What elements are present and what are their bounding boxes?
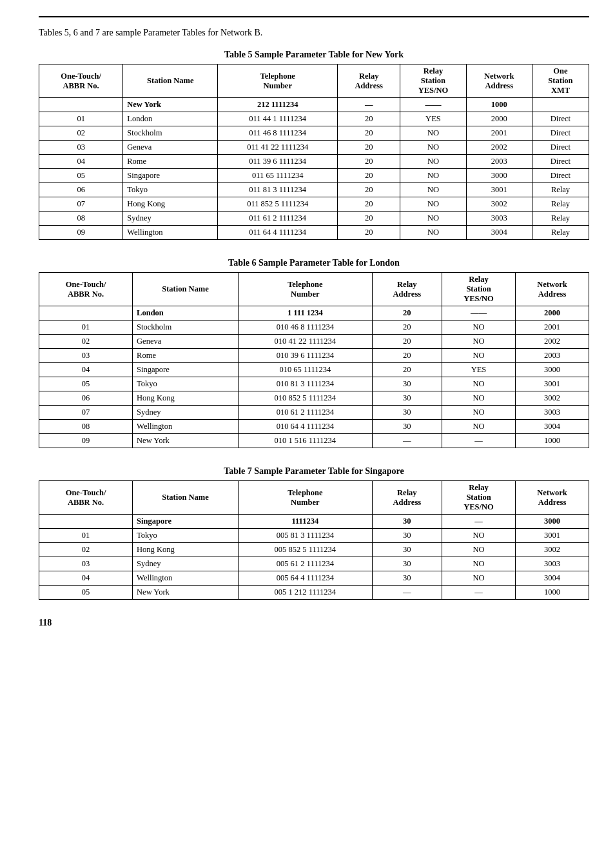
- table-cell: 005 64 4 1111234: [238, 571, 372, 586]
- table-row: 07Hong Kong011 852 5 111123420NO3002Rela…: [39, 197, 589, 212]
- table-cell: 2000: [516, 306, 589, 321]
- table7-col-tel: TelephoneNumber: [238, 481, 372, 515]
- table-cell: 212 1111234: [218, 98, 338, 112]
- table-cell: NO: [442, 571, 515, 586]
- table-cell: Direct: [532, 126, 589, 141]
- table-cell: 09: [39, 226, 123, 240]
- table-cell: 011 41 22 1111234: [218, 141, 338, 155]
- table-cell: 2002: [516, 335, 589, 349]
- table-cell: 3003: [466, 212, 532, 226]
- table-cell: 2001: [516, 321, 589, 335]
- table-cell: 30: [372, 406, 442, 420]
- table-cell: [39, 306, 133, 321]
- table-cell: —: [372, 434, 442, 448]
- table-cell: Tokyo: [123, 183, 218, 197]
- table-row: 02Hong Kong005 852 5 111123430NO3002: [39, 543, 589, 557]
- table-cell: Geneva: [133, 335, 239, 349]
- table-cell: Singapore: [123, 169, 218, 183]
- table-cell: 1000: [516, 434, 589, 448]
- table-cell: 3004: [516, 571, 589, 586]
- table-cell: 20: [338, 126, 400, 141]
- table-cell: Tokyo: [133, 377, 239, 391]
- table-cell: Direct: [532, 155, 589, 169]
- table-cell: 3001: [516, 377, 589, 391]
- table-row: 02Stockholm011 46 8 111123420NO2001Direc…: [39, 126, 589, 141]
- table-row: 03Sydney005 61 2 111123430NO3003: [39, 557, 589, 571]
- table5-col-relay-station: RelayStationYES/NO: [400, 64, 466, 98]
- table-cell: ——: [442, 306, 515, 321]
- table-row: 08Wellington010 64 4 111123430NO3004: [39, 420, 589, 434]
- table-cell: 30: [372, 391, 442, 406]
- table-cell: Relay: [532, 212, 589, 226]
- table-cell: 005 61 2 1111234: [238, 557, 372, 571]
- table-cell: —: [442, 434, 515, 448]
- table-row: 01Tokyo005 81 3 111123430NO3001: [39, 529, 589, 543]
- table-row: 03Rome010 39 6 111123420NO2003: [39, 349, 589, 363]
- table5: One-Touch/ABBR No. Station Name Telephon…: [39, 64, 589, 240]
- table-cell: Hong Kong: [123, 197, 218, 212]
- table-cell: 30: [372, 420, 442, 434]
- table-cell: —: [338, 98, 400, 112]
- table7-col-abbr: One-Touch/ABBR No.: [39, 481, 133, 515]
- table-cell: 2001: [466, 126, 532, 141]
- table5-title: Table 5 Sample Parameter Table for New Y…: [39, 50, 589, 60]
- table-cell: 3002: [516, 543, 589, 557]
- table6-col-tel: TelephoneNumber: [238, 273, 372, 306]
- table-cell: Wellington: [133, 571, 239, 586]
- table-cell: New York: [133, 434, 239, 448]
- table-cell: 011 39 6 1111234: [218, 155, 338, 169]
- table-cell: 3000: [516, 515, 589, 529]
- table-cell: NO: [400, 169, 466, 183]
- table-cell: 20: [338, 197, 400, 212]
- table-cell: Rome: [133, 349, 239, 363]
- table-cell: 1000: [466, 98, 532, 112]
- table-cell: 011 81 3 1111234: [218, 183, 338, 197]
- table-cell: 005 1 212 1111234: [238, 586, 372, 600]
- table-cell: 05: [39, 586, 133, 600]
- table-cell: 20: [338, 141, 400, 155]
- table-cell: 30: [372, 515, 442, 529]
- table6-col-relay-station: RelayStationYES/NO: [442, 273, 515, 306]
- table7-col-relay: RelayAddress: [372, 481, 442, 515]
- table-cell: New York: [123, 98, 218, 112]
- table-cell: 08: [39, 212, 123, 226]
- table-row: 06Tokyo011 81 3 111123420NO3001Relay: [39, 183, 589, 197]
- table-cell: NO: [442, 406, 515, 420]
- table7: One-Touch/ABBR No. Station Name Telephon…: [39, 480, 589, 600]
- table-cell: 20: [338, 212, 400, 226]
- table-cell: 3001: [516, 529, 589, 543]
- table-cell: 2003: [516, 349, 589, 363]
- table-cell: 30: [372, 529, 442, 543]
- table-row: 09New York010 1 516 1111234——1000: [39, 434, 589, 448]
- table-cell: 03: [39, 349, 133, 363]
- table-cell: 20: [338, 169, 400, 183]
- table-cell: 010 46 8 1111234: [238, 321, 372, 335]
- table-row: 09Wellington011 64 4 111123420NO3004Rela…: [39, 226, 589, 240]
- page-number: 118: [39, 618, 589, 628]
- table-cell: YES: [400, 112, 466, 126]
- table-cell: 010 65 1111234: [238, 363, 372, 377]
- table-cell: 011 46 8 1111234: [218, 126, 338, 141]
- table-cell: 20: [338, 183, 400, 197]
- table-cell: Tokyo: [133, 529, 239, 543]
- table-cell: 05: [39, 377, 133, 391]
- table-cell: 06: [39, 391, 133, 406]
- table-cell: 20: [372, 349, 442, 363]
- table-row: New York212 1111234———1000: [39, 98, 589, 112]
- table-row: 07Sydney010 61 2 111123430NO3003: [39, 406, 589, 420]
- table6-col-abbr: One-Touch/ABBR No.: [39, 273, 133, 306]
- table-cell: Geneva: [123, 141, 218, 155]
- table6-title: Table 6 Sample Parameter Table for Londo…: [39, 258, 589, 268]
- table-cell: Stockholm: [133, 321, 239, 335]
- table-cell: 011 61 2 1111234: [218, 212, 338, 226]
- table-cell: NO: [400, 141, 466, 155]
- table-row: 01Stockholm010 46 8 111123420NO2001: [39, 321, 589, 335]
- table-cell: Sydney: [123, 212, 218, 226]
- table6-col-relay: RelayAddress: [372, 273, 442, 306]
- table-cell: 30: [372, 543, 442, 557]
- table-cell: Direct: [532, 112, 589, 126]
- table-cell: [532, 98, 589, 112]
- table-cell: NO: [400, 183, 466, 197]
- table-cell: NO: [400, 226, 466, 240]
- table-cell: 3001: [466, 183, 532, 197]
